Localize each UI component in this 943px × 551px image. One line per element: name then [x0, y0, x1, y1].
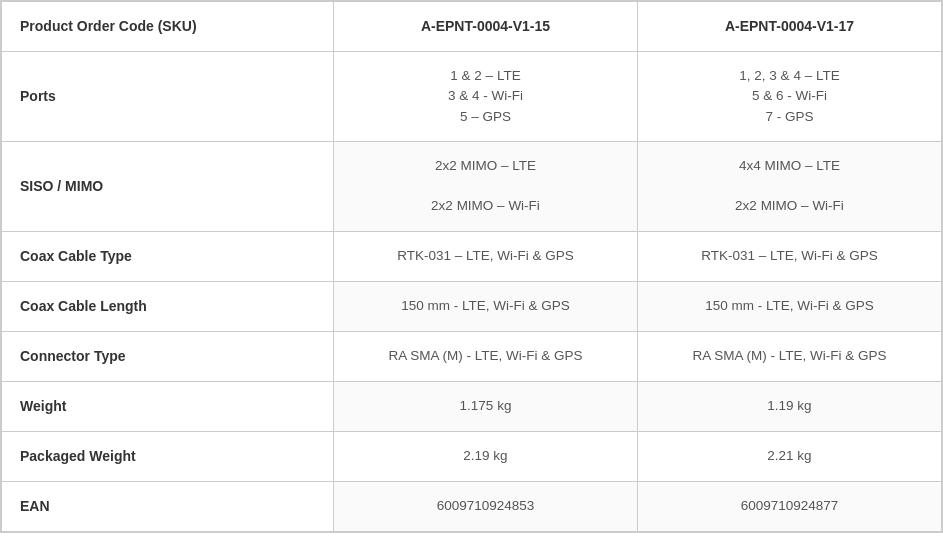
- row-label: Coax Cable Type: [2, 231, 334, 281]
- comparison-table: Product Order Code (SKU) A-EPNT-0004-V1-…: [0, 0, 943, 533]
- row-label: SISO / MIMO: [2, 141, 334, 231]
- row-col2-value: 4x4 MIMO – LTE2x2 MIMO – Wi-Fi: [638, 141, 942, 231]
- header-label: Product Order Code (SKU): [2, 2, 334, 52]
- row-label: Ports: [2, 52, 334, 142]
- table-row: Weight1.175 kg1.19 kg: [2, 381, 942, 431]
- row-label: Coax Cable Length: [2, 281, 334, 331]
- row-label: Weight: [2, 381, 334, 431]
- row-col1-value: 2.19 kg: [334, 431, 638, 481]
- row-col2-value: 1, 2, 3 & 4 – LTE5 & 6 - Wi-Fi7 - GPS: [638, 52, 942, 142]
- row-col1-value: RTK-031 – LTE, Wi-Fi & GPS: [334, 231, 638, 281]
- row-col1-value: 1.175 kg: [334, 381, 638, 431]
- table-row: EAN60097109248536009710924877: [2, 481, 942, 531]
- row-col2-value: 6009710924877: [638, 481, 942, 531]
- row-label: EAN: [2, 481, 334, 531]
- row-col1-value: 150 mm - LTE, Wi-Fi & GPS: [334, 281, 638, 331]
- row-col2-value: 150 mm - LTE, Wi-Fi & GPS: [638, 281, 942, 331]
- row-col2-value: RA SMA (M) - LTE, Wi-Fi & GPS: [638, 331, 942, 381]
- table-row: Coax Cable TypeRTK-031 – LTE, Wi-Fi & GP…: [2, 231, 942, 281]
- row-col1-value: 2x2 MIMO – LTE2x2 MIMO – Wi-Fi: [334, 141, 638, 231]
- row-col1-value: RA SMA (M) - LTE, Wi-Fi & GPS: [334, 331, 638, 381]
- row-label: Connector Type: [2, 331, 334, 381]
- row-col1-value: 1 & 2 – LTE3 & 4 - Wi-Fi5 – GPS: [334, 52, 638, 142]
- table-row: SISO / MIMO2x2 MIMO – LTE2x2 MIMO – Wi-F…: [2, 141, 942, 231]
- table-header-row: Product Order Code (SKU) A-EPNT-0004-V1-…: [2, 2, 942, 52]
- row-label: Packaged Weight: [2, 431, 334, 481]
- table-row: Ports1 & 2 – LTE3 & 4 - Wi-Fi5 – GPS1, 2…: [2, 52, 942, 142]
- row-col1-value: 6009710924853: [334, 481, 638, 531]
- table-row: Coax Cable Length150 mm - LTE, Wi-Fi & G…: [2, 281, 942, 331]
- header-col1: A-EPNT-0004-V1-15: [334, 2, 638, 52]
- table-row: Packaged Weight2.19 kg2.21 kg: [2, 431, 942, 481]
- header-col2: A-EPNT-0004-V1-17: [638, 2, 942, 52]
- table-row: Connector TypeRA SMA (M) - LTE, Wi-Fi & …: [2, 331, 942, 381]
- row-col2-value: 1.19 kg: [638, 381, 942, 431]
- row-col2-value: RTK-031 – LTE, Wi-Fi & GPS: [638, 231, 942, 281]
- row-col2-value: 2.21 kg: [638, 431, 942, 481]
